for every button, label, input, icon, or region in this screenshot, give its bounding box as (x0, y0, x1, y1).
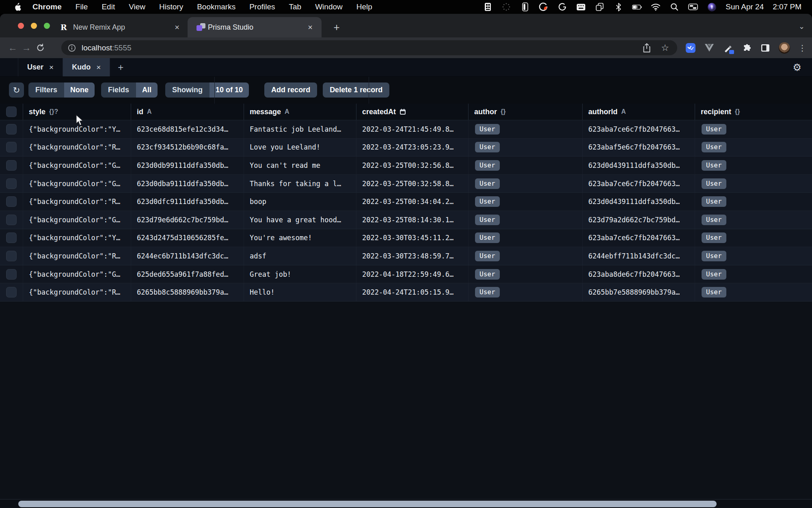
bookmark-star-icon[interactable]: ☆ (661, 43, 669, 52)
menubar-item-view[interactable]: View (129, 2, 145, 11)
table-row[interactable]: {"backgroundColor":"R…6265bb8c5888969bb3… (0, 283, 812, 302)
profile-avatar[interactable] (779, 42, 790, 54)
cell-message[interactable]: boop (244, 193, 356, 211)
row-checkbox[interactable] (6, 124, 17, 135)
cell-id[interactable]: 6265bb8c5888969bb379a… (131, 283, 244, 301)
table-row[interactable]: {"backgroundColor":"G…623d79e6d662c7bc75… (0, 211, 812, 229)
menubar-item-history[interactable]: History (159, 2, 183, 11)
cell-style[interactable]: {"backgroundColor":"Y… (23, 229, 131, 247)
cell-authorid[interactable]: 623aba7ce6c7fb2047663… (582, 229, 695, 247)
cell-style[interactable]: {"backgroundColor":"R… (23, 193, 131, 211)
menubar-item-bookmarks[interactable]: Bookmarks (197, 2, 235, 11)
relation-badge[interactable]: User (702, 251, 726, 261)
cell-id[interactable]: 623cf934512b6b90c68fa… (131, 139, 244, 156)
password-manager-extension-icon[interactable] (685, 43, 696, 53)
row-checkbox[interactable] (6, 251, 17, 261)
table-row[interactable]: {"backgroundColor":"R…623d0dfc9111ddfa35… (0, 193, 812, 211)
select-all-checkbox[interactable] (6, 106, 17, 117)
cell-createdat[interactable]: 2022-03-25T00:32:56.8… (356, 156, 468, 174)
table-row[interactable]: {"backgroundColor":"G…623d0dba9111ddfa35… (0, 175, 812, 193)
row-checkbox[interactable] (6, 287, 17, 297)
color-picker-extension-icon[interactable] (723, 43, 733, 53)
cell-message[interactable]: Fantastic job Leeland… (244, 120, 356, 138)
relation-badge[interactable]: User (702, 142, 726, 152)
relation-badge[interactable]: User (475, 178, 500, 189)
relation-badge[interactable]: User (475, 232, 500, 243)
side-panel-icon[interactable] (760, 43, 771, 53)
relation-badge[interactable]: User (702, 287, 726, 297)
cell-authorid[interactable]: 623aba8de6c7fb2047663… (582, 265, 695, 283)
circular-arrow-icon[interactable] (557, 2, 567, 12)
control-center-icon[interactable] (688, 2, 698, 12)
cell-message[interactable]: Hello! (244, 283, 356, 301)
back-button[interactable]: ← (6, 41, 19, 55)
cell-id[interactable]: 623d0dfc9111ddfa350db… (131, 193, 244, 211)
cell-authorid[interactable]: 623abaf5e6c7fb2047663… (582, 139, 695, 156)
cell-message[interactable]: Love you Leeland! (244, 139, 356, 156)
row-checkbox[interactable] (6, 196, 17, 207)
site-info-icon[interactable] (68, 44, 76, 52)
cell-id[interactable]: 625ded655a961f7a88fed… (131, 265, 244, 283)
cell-style[interactable]: {"backgroundColor":"R… (23, 247, 131, 265)
spotlight-search-icon[interactable] (669, 2, 679, 12)
column-header-author[interactable]: author{} (468, 104, 582, 120)
relation-badge[interactable]: User (702, 196, 726, 207)
cell-createdat[interactable]: 2022-03-25T00:32:58.8… (356, 175, 468, 193)
table-row[interactable]: {"backgroundColor":"Y…623ce68d815efe12c3… (0, 120, 812, 139)
browser-tab-new-remix-app[interactable]: R New Remix App × (54, 17, 188, 37)
cell-style[interactable]: {"backgroundColor":"G… (23, 211, 131, 229)
tab-close-icon[interactable]: × (172, 22, 182, 32)
vue-devtools-extension-icon[interactable] (704, 43, 715, 53)
column-header-recipient[interactable]: recipient{} (695, 104, 812, 120)
battery-charging-icon[interactable] (632, 2, 642, 12)
menubar-clock[interactable]: 2:07 PM (773, 2, 801, 11)
relation-badge[interactable]: User (475, 196, 500, 207)
menubar-item-chrome[interactable]: Chrome (32, 2, 62, 11)
cell-message[interactable]: You're awesome! (244, 229, 356, 247)
table-row[interactable]: {"backgroundColor":"G…625ded655a961f7a88… (0, 265, 812, 284)
menubar-item-edit[interactable]: Edit (102, 2, 115, 11)
cell-id[interactable]: 6243d2475d310656285fe… (131, 229, 244, 247)
menubar-item-profiles[interactable]: Profiles (249, 2, 275, 11)
menubar-item-tab[interactable]: Tab (289, 2, 302, 11)
menubar-item-file[interactable]: File (76, 2, 88, 11)
cell-style[interactable]: {"backgroundColor":"G… (23, 175, 131, 193)
cell-authorid[interactable]: 623d0d439111ddfa350db… (582, 156, 695, 174)
column-header-message[interactable]: messageA (244, 104, 356, 120)
copy-windows-icon[interactable] (595, 2, 605, 12)
model-tab-kudo[interactable]: Kudo × (63, 58, 110, 76)
showing-control[interactable]: Showing 10 of 10 (165, 82, 249, 98)
reload-button[interactable] (33, 41, 47, 55)
spinner-icon[interactable] (501, 2, 511, 12)
cell-authorid[interactable]: 6244ebff711b143dfc3dc… (582, 247, 695, 265)
close-window-button[interactable] (18, 23, 24, 29)
row-checkbox[interactable] (6, 160, 17, 171)
delete-record-button[interactable]: Delete 1 record (323, 82, 389, 98)
refresh-button[interactable]: ↻ (9, 82, 24, 98)
relation-badge[interactable]: User (475, 160, 500, 171)
minimize-window-button[interactable] (31, 23, 37, 29)
menubar-item-help[interactable]: Help (356, 2, 372, 11)
relation-badge[interactable]: User (702, 215, 726, 225)
address-bar[interactable]: localhost:5555 ☆ (61, 40, 677, 55)
cell-createdat[interactable]: 2022-03-25T08:14:30.1… (356, 211, 468, 229)
table-row[interactable]: {"backgroundColor":"Y…6243d2475d31065628… (0, 229, 812, 247)
cell-id[interactable]: 623d79e6d662c7bc759bd… (131, 211, 244, 229)
keyboard-icon[interactable] (576, 2, 586, 12)
cell-message[interactable]: Great job! (244, 265, 356, 283)
relation-badge[interactable]: User (475, 251, 500, 261)
relation-badge[interactable]: User (475, 269, 500, 280)
add-record-button[interactable]: Add record (264, 82, 317, 98)
cell-authorid[interactable]: 6265bb7e5888969bb379a… (582, 283, 695, 301)
wifi-icon[interactable] (651, 2, 661, 12)
cell-createdat[interactable]: 2022-03-24T21:45:49.8… (356, 120, 468, 138)
new-tab-button[interactable]: + (330, 20, 343, 34)
cell-createdat[interactable]: 2022-03-25T00:34:04.2… (356, 193, 468, 211)
row-checkbox[interactable] (6, 142, 17, 152)
relation-badge[interactable]: User (475, 124, 500, 135)
tab-search-chevron-icon[interactable]: ⌄ (799, 22, 805, 31)
cell-authorid[interactable]: 623aba7ce6c7fb2047663… (582, 175, 695, 193)
zoom-window-button[interactable] (44, 23, 50, 29)
scrollbar-thumb[interactable] (18, 501, 717, 507)
column-header-createdAt[interactable]: createdAt (356, 104, 468, 120)
